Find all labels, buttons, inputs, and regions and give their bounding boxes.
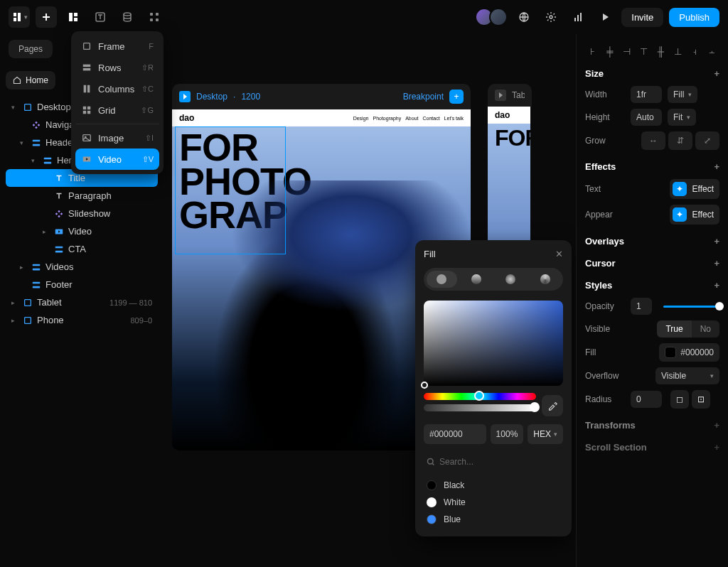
appear-effect-button[interactable]: ✦Effect [670,205,719,225]
artboard-width: 1200 [241,92,260,102]
tree-item-paragraph[interactable]: Paragraph [6,187,158,205]
tree-item-slideshow[interactable]: Slideshow [6,205,158,222]
svg-rect-27 [25,317,31,323]
cms-tool[interactable] [117,6,138,28]
analytics-icon[interactable] [567,6,589,28]
radius-individual[interactable]: ⊡ [692,390,710,409]
svg-rect-5 [150,13,153,16]
hue-slider[interactable] [424,393,536,400]
artboard-header-secondary[interactable]: Tablet [488,84,532,107]
pages-tab[interactable]: Pages [9,40,53,58]
breakpoint-label[interactable]: Breakpoint [403,92,444,102]
fill-color-button[interactable]: #000000 [659,343,719,362]
layout-tool[interactable] [63,6,84,28]
section-title: Transforms [585,420,636,431]
align-left[interactable]: ⊦ [585,44,601,58]
preview-button[interactable] [594,6,616,28]
height-mode-select[interactable]: Fit▾ [668,109,696,126]
insert-image[interactable]: Image⇧I [75,127,159,148]
svg-rect-12 [577,15,579,21]
artboard-header[interactable]: Desktop · 1200 Breakpoint + [172,84,471,109]
align-top[interactable]: ⊤ [636,44,652,58]
fill-type-radial[interactable] [496,271,526,288]
swatch-search[interactable]: Search... [424,453,563,471]
collaborator-avatars[interactable] [475,8,508,26]
tree-item-phone[interactable]: ▸Phone809–0 [6,311,158,329]
settings-icon[interactable] [540,6,562,28]
eyedropper-button[interactable] [542,395,563,416]
home-icon [13,76,21,85]
distribute-v[interactable]: ⫠ [704,44,719,58]
tree-item-cta[interactable]: CTA [6,240,158,258]
height-input[interactable]: Auto [631,109,662,126]
width-mode-select[interactable]: Fill▾ [668,86,697,103]
publish-button[interactable]: Publish [669,8,719,27]
add-effect[interactable]: + [714,161,719,172]
opacity-slider[interactable] [663,306,719,308]
globe-icon[interactable] [513,6,535,28]
section-title: Size [585,68,604,79]
add-style[interactable]: + [714,280,719,291]
app-menu-button[interactable]: ▾ [9,6,30,28]
add-cursor[interactable]: + [714,258,719,269]
grow-horizontal[interactable]: ↔ [641,131,665,150]
invite-button[interactable]: Invite [621,8,663,27]
svg-rect-30 [83,68,91,71]
search-icon [427,458,435,466]
alpha-slider[interactable] [424,404,536,411]
actions-tool[interactable] [144,6,165,28]
width-input[interactable]: 1fr [631,86,662,103]
section-title: Cursor [585,258,616,269]
swatch-black[interactable]: Black [424,477,563,494]
tree-item-footer[interactable]: Footer [6,276,158,293]
insert-video[interactable]: Video⇧V [75,148,159,170]
play-icon [495,90,506,101]
add-button[interactable] [36,6,57,28]
swatch-white[interactable]: White [424,494,563,511]
swatch-blue[interactable]: Blue [424,511,563,528]
add-scroll[interactable]: + [714,442,719,453]
opacity-input[interactable]: 1 [631,298,652,315]
insert-frame[interactable]: FrameF [75,36,159,57]
insert-rows[interactable]: Rows⇧R [75,57,159,78]
align-middle[interactable]: ╫ [653,44,669,58]
svg-rect-15 [33,139,41,141]
fill-type-solid[interactable] [427,271,457,288]
tree-item-videos[interactable]: ▸Videos [6,258,158,276]
radius-input[interactable]: 0 [631,391,662,408]
close-icon[interactable]: ✕ [555,249,563,259]
add-breakpoint-button[interactable]: + [449,90,464,104]
add-overlay[interactable]: + [714,236,719,247]
saturation-value-picker[interactable] [424,301,563,386]
align-right[interactable]: ⊣ [619,44,635,58]
overflow-select[interactable]: Visible▾ [655,367,719,384]
text-effect-button[interactable]: ✦Effect [670,179,719,199]
tree-item-video[interactable]: ▸Video [6,222,158,240]
distribute-h[interactable]: ⫞ [687,44,702,58]
grow-both[interactable]: ⤢ [695,131,719,150]
text-tool[interactable] [90,6,111,28]
svg-rect-11 [574,18,576,21]
svg-rect-22 [33,264,41,266]
align-center-h[interactable]: ╪ [602,44,618,58]
hex-input[interactable]: #000000 [424,424,486,444]
add-size[interactable]: + [714,68,719,79]
insert-grid[interactable]: Grid⇧G [75,99,159,121]
properties-panel: ⊦ ╪ ⊣ ⊤ ╫ ⊥ ⫞ ⫠ Size+ Width1frFill▾ Heig… [576,34,728,567]
svg-rect-35 [83,111,86,114]
fill-type-linear[interactable] [461,271,492,288]
visible-true[interactable]: True [657,320,691,338]
svg-rect-23 [33,268,41,270]
add-transform[interactable]: + [714,420,719,431]
alpha-input[interactable]: 100% [491,424,524,444]
tree-item-tablet[interactable]: ▸Tablet1199 — 810 [6,293,158,311]
svg-rect-2 [74,18,77,21]
color-format-select[interactable]: HEX▾ [528,424,563,444]
radius-uniform[interactable]: ◻ [670,390,689,409]
visible-false[interactable]: No [692,320,719,338]
align-bottom[interactable]: ⊥ [670,44,685,58]
grow-vertical[interactable]: ⇵ [668,131,692,150]
insert-columns[interactable]: Columns⇧C [75,78,159,99]
fill-type-conic[interactable] [530,271,561,288]
breadcrumb-home[interactable]: Home [6,71,55,90]
